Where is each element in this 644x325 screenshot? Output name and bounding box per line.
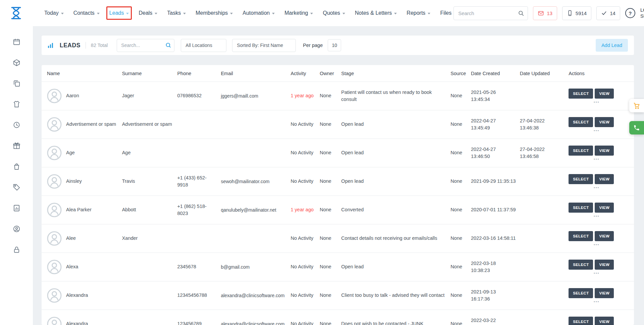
view-button[interactable]: VIEW [595,146,614,156]
select-button[interactable]: SELECT [569,117,593,127]
per-page-select[interactable]: 10 [328,39,341,51]
nav-item-files[interactable]: Files [438,7,453,19]
sort-filter-select[interactable]: Sorted By: First Name [232,39,296,52]
select-button[interactable]: SELECT [569,89,593,99]
actions-cell: SELECT VIEW ••• [569,174,629,189]
search-icon[interactable] [165,42,171,48]
nav-item-tasks[interactable]: Tasks [165,7,188,19]
more-actions-button[interactable]: ••• [594,186,600,189]
nav-item-notes-letters[interactable]: Notes & Letters [353,7,399,19]
nav-item-today[interactable]: Today [42,7,66,19]
tasks-badge[interactable]: 14 [596,6,620,20]
tag-icon[interactable] [12,183,21,192]
select-button[interactable]: SELECT [569,288,593,298]
account-name: LONDON SUPPORT [640,7,644,19]
lead-owner: None [320,178,341,185]
chevron-down-icon [310,13,313,14]
select-button[interactable]: SELECT [569,146,593,156]
select-button[interactable]: SELECT [569,260,593,270]
column-header-source[interactable]: Source [450,71,471,76]
nav-item-leads[interactable]: Leads [106,6,132,20]
select-button[interactable]: SELECT [569,317,593,325]
nav-item-automation[interactable]: Automation [240,7,277,19]
package-icon[interactable] [12,58,21,67]
column-header-date-created[interactable]: Date Created [471,71,520,76]
mail-badge[interactable]: 13 [533,6,557,20]
view-button[interactable]: VIEW [595,203,614,213]
lead-email: alexandra@clinicsoftware.com [221,292,290,299]
select-button[interactable]: SELECT [569,174,593,184]
nav-item-contacts[interactable]: Contacts [71,7,102,19]
more-actions-button[interactable]: ••• [594,272,600,274]
help-button[interactable]: ? [625,8,635,18]
lead-date-created: 2022-03-18 10:38:23 [471,260,520,274]
select-button[interactable]: SELECT [569,231,593,241]
nav-label: Leads [109,10,124,16]
chevron-down-icon [61,13,64,14]
view-button[interactable]: VIEW [595,288,614,298]
lead-date-created: 2022-03-16 14:58:11 [471,235,520,242]
column-header-surname[interactable]: Surname [122,71,177,76]
call-float-button[interactable] [629,121,644,134]
nav-item-memberships[interactable]: Memberships [194,7,235,19]
gift-icon[interactable] [12,142,21,150]
person-placeholder-icon [47,174,62,189]
global-search-input[interactable] [458,10,518,16]
view-button[interactable]: VIEW [595,117,614,127]
lead-phone: 076986532 [177,92,221,99]
lock-icon[interactable] [12,246,21,254]
column-header-name[interactable]: Name [47,71,122,76]
nav-item-marketing[interactable]: Marketing [282,7,315,19]
lead-owner: None [320,263,341,270]
support-icon[interactable] [12,225,21,233]
view-button[interactable]: VIEW [595,89,614,99]
report-icon[interactable] [12,204,21,212]
search-icon[interactable] [518,10,524,16]
column-header-date-updated[interactable]: Date Updated [520,71,569,76]
view-button[interactable]: VIEW [595,174,614,184]
nav-label: Today [44,10,59,16]
person-placeholder-icon [47,260,62,274]
column-header-email[interactable]: Email [221,71,290,76]
column-header-phone[interactable]: Phone [177,71,221,76]
chevron-down-icon [97,13,100,14]
lead-name: Ainsley [66,178,82,185]
calendar-icon[interactable] [12,38,21,46]
more-actions-button[interactable]: ••• [594,101,600,103]
more-actions-button[interactable]: ••• [594,243,600,246]
name-cell: Alexandra [47,317,122,325]
more-actions-button[interactable]: ••• [594,129,600,132]
lead-email: jggers@maill.com [221,93,290,99]
copy-icon[interactable] [12,79,21,88]
view-button[interactable]: VIEW [595,231,614,241]
location-filter-select[interactable]: All Locations [181,39,226,52]
column-header-owner[interactable]: Owner [320,71,341,76]
shopping-bag-icon[interactable] [12,162,21,171]
select-button[interactable]: SELECT [569,203,593,213]
history-icon[interactable] [12,121,21,129]
more-actions-button[interactable]: ••• [594,301,600,303]
view-button[interactable]: VIEW [595,317,614,325]
cart-float-button[interactable] [629,99,644,112]
column-header-activity[interactable]: Activity [291,71,320,76]
nav-item-reports[interactable]: Reports [405,7,432,19]
lead-owner: None [320,292,341,299]
more-actions-button[interactable]: ••• [594,215,600,217]
more-actions-button[interactable]: ••• [594,158,600,160]
lead-stage: Open lead [341,178,450,185]
nav-label: Contacts [73,10,95,16]
sms-badge[interactable]: 5914 [562,6,591,20]
view-button[interactable]: VIEW [595,260,614,270]
nav-item-deals[interactable]: Deals [137,7,159,19]
chevron-down-icon [342,13,345,14]
app-logo[interactable] [9,5,23,21]
lead-activity: 1 year ago [291,206,320,213]
add-lead-button[interactable]: Add Lead [596,39,628,52]
lead-owner: None [320,121,341,128]
lead-email: qanulubely@mailinator.net [221,207,290,213]
chevron-down-icon [272,13,275,14]
column-header-stage[interactable]: Stage [341,71,450,76]
shirt-icon[interactable] [12,100,21,108]
avatar [47,174,62,189]
nav-item-quotes[interactable]: Quotes [321,7,347,19]
